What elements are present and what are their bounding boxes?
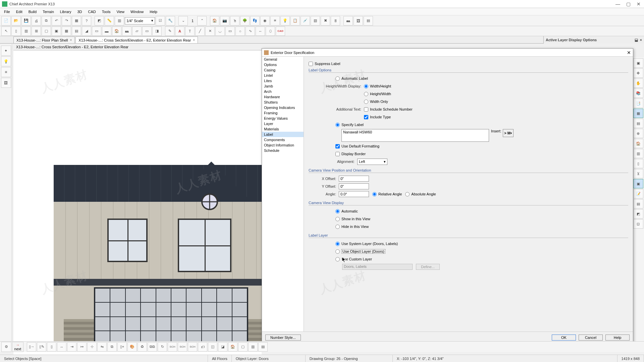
cat-lintel[interactable]: Lintel bbox=[262, 73, 304, 78]
arc-icon[interactable]: ◡ bbox=[215, 26, 225, 36]
delete-surface-icon[interactable]: ✖ bbox=[321, 16, 330, 25]
structure-icon[interactable]: ▬ bbox=[102, 26, 111, 36]
save-icon[interactable]: 💾 bbox=[21, 16, 31, 25]
misc4-icon[interactable]: ▤ bbox=[258, 342, 268, 352]
adjust-icon[interactable]: 🎚 bbox=[331, 16, 340, 25]
height-width-radio[interactable] bbox=[364, 92, 368, 96]
footprints-icon[interactable]: 👣 bbox=[250, 16, 260, 25]
select-icon[interactable]: ↖ bbox=[1, 26, 11, 36]
active-layer-icon[interactable]: ▦ bbox=[633, 109, 643, 118]
x-offset-input[interactable] bbox=[339, 176, 369, 182]
reflect-icon[interactable]: ⇋ bbox=[97, 342, 107, 352]
number-style-button[interactable]: Number Style... bbox=[265, 335, 301, 341]
house-sm-icon[interactable]: 🏠 bbox=[228, 342, 237, 352]
eyedropper-icon[interactable]: 💉 bbox=[301, 16, 310, 25]
break-icon[interactable]: ⇥ bbox=[67, 342, 76, 352]
house-icon[interactable]: 🏠 bbox=[210, 16, 219, 25]
house-build-icon[interactable]: 🏠 bbox=[112, 26, 121, 36]
railing-icon[interactable]: ▥ bbox=[21, 26, 31, 36]
menu-edit[interactable]: Edit bbox=[13, 9, 25, 14]
terrain-icon[interactable]: 🌳 bbox=[240, 16, 250, 25]
use-object-layer-radio[interactable] bbox=[335, 249, 340, 254]
notes-icon[interactable]: 📝 bbox=[633, 189, 643, 198]
panel-close-icon[interactable]: × bbox=[640, 38, 642, 42]
cat-lites[interactable]: Lites bbox=[262, 78, 304, 83]
stairs-icon[interactable]: ▤ bbox=[72, 26, 81, 36]
cad-detail-icon[interactable]: ▤ bbox=[633, 119, 643, 128]
sun-icon[interactable]: ☀ bbox=[270, 16, 280, 25]
pan-icon[interactable]: ✋ bbox=[633, 78, 643, 88]
cat-arch[interactable]: Arch bbox=[262, 89, 304, 94]
floor-down-icon[interactable]: ⌄ bbox=[178, 16, 188, 25]
use-custom-layer-radio[interactable] bbox=[335, 257, 340, 261]
floor-up-icon[interactable]: ⌃ bbox=[197, 16, 207, 25]
circle-icon[interactable]: ○ bbox=[235, 26, 245, 36]
rect-icon[interactable]: ▭ bbox=[225, 26, 235, 36]
multi-copy-icon[interactable]: ⧉⧉ bbox=[148, 342, 157, 352]
framing-icon[interactable]: ▭ bbox=[92, 26, 101, 36]
cat-object-info[interactable]: Object Information bbox=[262, 142, 304, 148]
ref-display-icon[interactable]: ⊡ bbox=[633, 219, 643, 229]
cross-icon[interactable]: ✕ bbox=[205, 26, 215, 36]
library-browser-icon[interactable]: 🖼 bbox=[354, 16, 363, 25]
menu-3d[interactable]: 3D bbox=[74, 9, 85, 14]
absolute-angle-radio[interactable] bbox=[405, 192, 410, 196]
angle-input[interactable] bbox=[339, 191, 369, 197]
cat-casing[interactable]: Casing bbox=[262, 67, 304, 73]
cat-layer[interactable]: Layer bbox=[262, 121, 304, 126]
width-height-radio[interactable] bbox=[364, 84, 368, 88]
include-schedule-checkbox[interactable] bbox=[364, 107, 368, 112]
door-tool-icon[interactable]: ▢ bbox=[42, 26, 51, 36]
insert-macro-button[interactable]: > M▾ bbox=[503, 129, 514, 137]
menu-view[interactable]: View bbox=[114, 9, 127, 14]
wrench-icon[interactable]: 🔧 bbox=[166, 16, 175, 25]
menu-tools[interactable]: Tools bbox=[99, 9, 113, 14]
next-button[interactable]: →next bbox=[12, 342, 23, 352]
truss-icon[interactable]: ⊻ bbox=[633, 169, 643, 178]
new-file-icon[interactable]: 📄 bbox=[1, 16, 11, 25]
check-icon[interactable]: ☑ bbox=[156, 16, 165, 25]
wall-detail-icon[interactable]: ▯ bbox=[633, 159, 643, 168]
menu-window[interactable]: Window bbox=[128, 9, 146, 14]
elevation-icon[interactable]: ▣ bbox=[633, 179, 643, 188]
palette-icon[interactable]: 🎨 bbox=[127, 342, 137, 352]
cat-label[interactable]: Label bbox=[262, 132, 304, 137]
dialog-title-bar[interactable]: Exterior Door Specification ✕ bbox=[262, 49, 633, 57]
rotate-icon[interactable]: ↻ bbox=[158, 342, 167, 352]
alignment-select[interactable]: Left▾ bbox=[357, 159, 387, 165]
walkthrough-icon[interactable]: 🖱 bbox=[230, 16, 239, 25]
cancel-button[interactable]: Cancel bbox=[579, 335, 603, 341]
lighting-tool-icon[interactable]: ✦ bbox=[1, 46, 11, 56]
cam-show-radio[interactable] bbox=[335, 217, 340, 221]
menu-file[interactable]: File bbox=[1, 9, 13, 14]
materials-list-icon[interactable]: ▥ bbox=[633, 149, 643, 158]
aerial-icon[interactable]: ✥ bbox=[633, 68, 643, 78]
cross-section-icon[interactable]: ⊕ bbox=[633, 129, 643, 138]
cat-energy[interactable]: Energy Values bbox=[262, 116, 304, 121]
menu-terrain[interactable]: Terrain bbox=[40, 9, 57, 14]
layout-panel-icon[interactable]: ▤ bbox=[364, 16, 373, 25]
close-tab-icon[interactable]: × bbox=[193, 38, 195, 42]
sun-angle-icon[interactable]: ☀ bbox=[1, 67, 11, 77]
pencil-icon[interactable]: ✎ bbox=[165, 26, 174, 36]
misc2-icon[interactable]: ◪ bbox=[218, 342, 227, 352]
slab-icon[interactable]: ▭ bbox=[142, 26, 152, 36]
sch2-icon[interactable]: SCH bbox=[178, 342, 187, 352]
open-obj-icon[interactable]: ▯ bbox=[47, 342, 56, 352]
undo-icon[interactable]: ↶ bbox=[52, 16, 61, 25]
misc1-icon[interactable]: ◫ bbox=[208, 342, 217, 352]
cat-jamb[interactable]: Jamb bbox=[262, 83, 304, 89]
y-offset-input[interactable] bbox=[339, 183, 369, 189]
alt-icon[interactable]: ◩ bbox=[633, 209, 643, 219]
schedule-icon[interactable]: ▤ bbox=[633, 199, 643, 208]
sch1-icon[interactable]: SCH bbox=[168, 342, 177, 352]
close-tab-icon[interactable]: × bbox=[70, 38, 72, 42]
tab-floor-plan[interactable]: X13-House-…: Floor Plan Shell × bbox=[13, 37, 75, 43]
spline-icon[interactable]: ∿ bbox=[246, 26, 255, 36]
reference-icon[interactable]: ▦ bbox=[72, 16, 81, 25]
window-tool-icon[interactable]: ⊞ bbox=[32, 26, 41, 36]
cabinet-icon[interactable]: ▣ bbox=[52, 26, 61, 36]
cat-shutters[interactable]: Shutters bbox=[262, 100, 304, 105]
fixture-icon[interactable]: ▦ bbox=[62, 26, 71, 36]
ok-button[interactable]: OK bbox=[552, 335, 576, 341]
